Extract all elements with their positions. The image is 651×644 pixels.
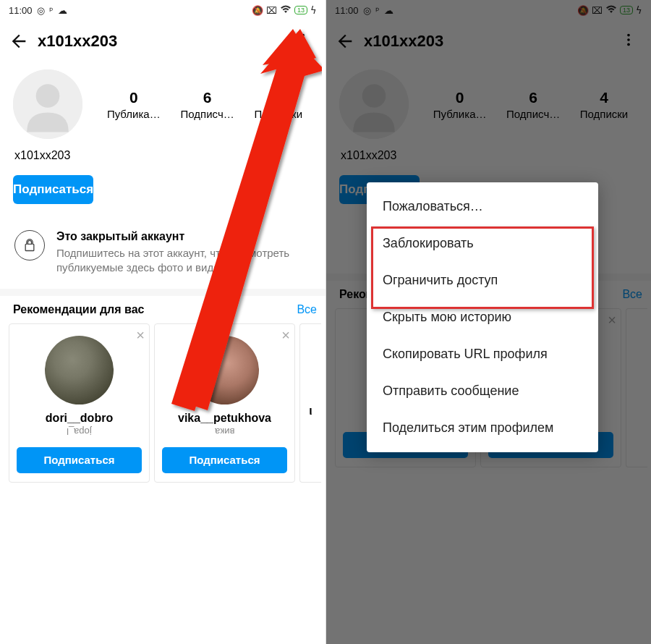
battery-indicator: 13 — [620, 6, 633, 14]
status-time: 11:00 — [9, 5, 33, 16]
close-icon[interactable]: × — [136, 327, 145, 344]
stat-followers[interactable]: 6 Подписч… — [181, 89, 234, 120]
follow-button[interactable]: Подписаться — [13, 175, 93, 204]
more-options-button[interactable] — [289, 26, 317, 56]
header-username: x101xx203 — [364, 32, 615, 51]
section-separator — [0, 289, 326, 296]
recommendation-avatar[interactable] — [190, 336, 259, 404]
recommendation-username[interactable]: vika__petukhova — [178, 412, 271, 425]
charging-icon: ϟ — [310, 6, 317, 15]
close-icon[interactable]: × — [281, 327, 290, 344]
lock-icon — [14, 230, 45, 260]
screenshot-right: 11:00 ◎ ᵖ ☁ 🔕 ⌧ 13 ϟ x101xx203 — [326, 0, 651, 644]
recommendation-avatar[interactable] — [45, 336, 114, 404]
instagram-icon: ◎ — [37, 6, 45, 15]
header-username: x101xx203 — [38, 32, 289, 51]
menu-hide-story[interactable]: Скрыть мою историю — [367, 299, 598, 336]
battery-indicator: 13 — [294, 6, 307, 14]
cloud-icon: ☁ — [58, 6, 67, 15]
instagram-icon: ◎ — [363, 6, 371, 15]
profile-avatar[interactable] — [13, 69, 82, 139]
profile-avatar[interactable] — [339, 69, 409, 139]
see-all-link[interactable]: Все — [297, 303, 317, 316]
recommendation-username[interactable]: dori__dobro — [46, 412, 113, 425]
status-bar: 11:00 ◎ ᵖ ☁ 🔕 ⌧ 13 ϟ — [326, 0, 651, 20]
svg-point-7 — [627, 34, 630, 37]
menu-block[interactable]: Заблокировать — [367, 225, 598, 262]
recommendation-card: × vika__petukhova вика Подписаться — [154, 323, 295, 483]
profile-display-name: x101xx203 — [326, 145, 651, 172]
menu-send-message[interactable]: Отправить сообщение — [367, 373, 598, 410]
app-header: x101xx203 — [326, 20, 651, 62]
recommendation-sub: jopa_l — [67, 426, 92, 437]
stat-posts[interactable]: 0 Публика… — [433, 89, 487, 120]
profile-top-section: 0 Публика… 6 Подписч… 4 Подписки — [326, 62, 651, 145]
box-x-icon: ⌧ — [266, 6, 277, 15]
recommendations-list: × dori__dobro jopa_l Подписаться × vika_… — [0, 323, 326, 483]
p-icon: ᵖ — [375, 6, 380, 15]
private-title: Это закрытый аккаунт — [56, 230, 311, 243]
menu-share-profile[interactable]: Поделиться этим профилем — [367, 410, 598, 446]
wifi-icon — [605, 5, 617, 15]
charging-icon: ϟ — [636, 6, 642, 15]
context-menu: Пожаловаться… Заблокировать Ограничить д… — [367, 182, 598, 452]
svg-point-8 — [627, 38, 630, 41]
svg-point-2 — [302, 43, 305, 46]
private-account-notice: Это закрытый аккаунт Подпишитесь на этот… — [0, 217, 326, 289]
close-icon[interactable]: × — [608, 312, 616, 329]
mute-icon: 🔕 — [577, 6, 589, 15]
recommendation-follow-button[interactable]: Подписаться — [162, 447, 287, 473]
svg-point-9 — [627, 43, 630, 46]
mute-icon: 🔕 — [252, 6, 263, 15]
recommendation-card-partial: ι — [299, 323, 321, 483]
cloud-icon: ☁ — [384, 6, 393, 15]
screenshot-left: 11:00 ◎ ᵖ ☁ 🔕 ⌧ 13 ϟ x101xx203 — [0, 0, 326, 644]
stat-following[interactable]: 4 Подписки — [580, 89, 629, 120]
recommendations-title: Рекомендации для вас — [13, 303, 144, 316]
svg-point-1 — [302, 38, 305, 41]
stat-following[interactable]: 4 Подписки — [255, 89, 303, 120]
recommendation-sub: вика — [215, 426, 234, 437]
menu-report[interactable]: Пожаловаться… — [367, 188, 598, 225]
wifi-icon — [280, 5, 292, 15]
see-all-link[interactable]: Все — [622, 288, 642, 301]
svg-point-4 — [36, 84, 60, 108]
svg-point-0 — [302, 34, 305, 37]
private-desc: Подпишитесь на этот аккаунт, чтобы смотр… — [56, 246, 311, 276]
back-button[interactable] — [9, 31, 32, 51]
profile-display-name: x101xx203 — [0, 145, 326, 172]
app-header: x101xx203 — [0, 20, 326, 62]
recommendation-card: × dori__dobro jopa_l Подписаться — [9, 323, 150, 483]
recommendations-header: Рекомендации для вас Все — [0, 296, 326, 323]
box-x-icon: ⌧ — [592, 6, 603, 15]
profile-top-section: 0 Публика… 6 Подписч… 4 Подписки — [0, 62, 326, 145]
stat-posts[interactable]: 0 Публика… — [107, 89, 161, 120]
more-options-button[interactable] — [615, 26, 642, 56]
menu-copy-url[interactable]: Скопировать URL профиля — [367, 336, 598, 373]
status-time: 11:00 — [335, 5, 359, 16]
svg-point-11 — [362, 84, 386, 108]
recommendation-follow-button[interactable]: Подписаться — [17, 447, 142, 473]
menu-restrict[interactable]: Ограничить доступ — [367, 262, 598, 299]
status-bar: 11:00 ◎ ᵖ ☁ 🔕 ⌧ 13 ϟ — [0, 0, 326, 20]
stat-followers[interactable]: 6 Подписч… — [506, 89, 560, 120]
recommendation-card-partial — [626, 308, 647, 467]
p-icon: ᵖ — [49, 6, 54, 15]
back-button[interactable] — [335, 31, 358, 51]
